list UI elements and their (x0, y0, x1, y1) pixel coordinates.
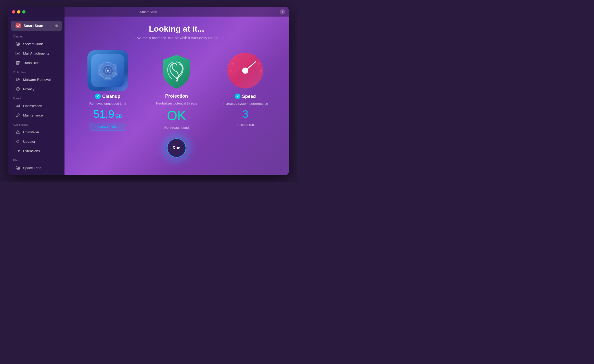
smart-scan-icon (15, 23, 21, 29)
uninstaller-label: Uninstaller (23, 130, 40, 134)
system-junk-label: System Junk (23, 42, 43, 46)
trash-bins-label: Trash Bins (23, 61, 40, 65)
space-lens-icon (15, 165, 21, 171)
speed-name: Speed (242, 94, 256, 99)
speed-sub: tasks to run (237, 123, 254, 127)
speed-desc: Increases system performance (223, 102, 268, 106)
svg-point-6 (18, 79, 19, 80)
mail-icon (15, 50, 21, 56)
optimization-icon (15, 103, 21, 109)
svg-point-29 (242, 68, 248, 74)
main-window: Smart Scan ● Smart Scan Cleanup (8, 7, 289, 175)
optimization-label: Optimization (23, 104, 42, 108)
sidebar-item-system-junk[interactable]: System Junk (11, 39, 62, 48)
sidebar-item-large-old-files[interactable]: Large & Old Files (11, 173, 62, 175)
cleanup-name: Cleanup (102, 94, 120, 99)
space-lens-label: Space Lens (23, 166, 41, 170)
maintenance-icon (15, 112, 21, 118)
svg-point-2 (17, 43, 19, 45)
maximize-button[interactable] (22, 10, 25, 14)
protection-value: OK (167, 108, 186, 123)
cleanup-check-icon: ✓ (95, 94, 101, 99)
sidebar-item-privacy[interactable]: Privacy (11, 84, 62, 94)
speed-value: 3 (242, 108, 248, 120)
action-icon[interactable]: ● (280, 9, 285, 15)
malware-removal-label: Malware Removal (23, 78, 51, 82)
sidebar-item-optimization[interactable]: Optimization (11, 101, 62, 110)
svg-rect-3 (16, 52, 20, 55)
extensions-label: Extensions (23, 149, 40, 153)
sidebar-item-space-lens[interactable]: Space Lens (11, 163, 62, 172)
protection-desc: Neutralizes potential threats (156, 101, 197, 105)
updater-label: Updater (23, 140, 35, 144)
cleanup-card: ✓ Cleanup Removes unneeded junk 51,9GB R… (77, 50, 138, 131)
protection-illustration (156, 50, 197, 91)
protection-card: Protection Neutralizes potential threats… (146, 50, 207, 129)
cleanup-illustration (87, 50, 128, 91)
system-junk-icon (15, 41, 21, 47)
privacy-label: Privacy (23, 87, 34, 91)
main-title: Looking at it... (134, 24, 219, 34)
protection-sub: No threats found (164, 126, 189, 129)
updater-icon (15, 139, 21, 144)
section-label-speed: Speed (8, 94, 64, 101)
svg-point-5 (17, 79, 17, 80)
main-subtitle: Give me a moment. We all wish it was eas… (134, 36, 219, 40)
sidebar: Smart Scan Cleanup System Junk M (8, 7, 64, 175)
uninstaller-icon (15, 129, 21, 135)
svg-rect-9 (16, 150, 19, 152)
trash-icon (15, 60, 21, 66)
sidebar-item-trash-bins[interactable]: Trash Bins (11, 58, 62, 67)
section-label-cleanup: Cleanup (8, 32, 64, 39)
titlebar: Smart Scan ● (8, 7, 289, 17)
large-old-files-icon (15, 174, 21, 175)
sidebar-item-malware-removal[interactable]: Malware Removal (11, 75, 62, 84)
run-button[interactable]: Run (167, 138, 186, 158)
protection-name: Protection (165, 94, 188, 99)
speed-card: ✓ Speed Increases system performance 3 t… (215, 50, 276, 127)
sidebar-item-mail-attachments[interactable]: Mail Attachments (11, 49, 62, 58)
maintenance-label: Maintenance (23, 113, 43, 117)
mail-attachments-label: Mail Attachments (23, 51, 49, 55)
sidebar-item-uninstaller[interactable]: Uninstaller (11, 127, 62, 137)
speed-check-icon: ✓ (235, 94, 240, 99)
active-indicator (55, 24, 58, 27)
svg-point-24 (230, 70, 232, 71)
cleanup-name-row: ✓ Cleanup (95, 94, 120, 99)
window-title: Smart Scan (140, 10, 157, 14)
run-button-container: Run (167, 138, 186, 158)
close-button[interactable] (12, 10, 15, 14)
sidebar-item-smart-scan[interactable]: Smart Scan (11, 21, 62, 31)
sidebar-item-updater[interactable]: Updater (11, 137, 62, 146)
speed-name-row: ✓ Speed (235, 94, 256, 99)
minimize-button[interactable] (17, 10, 20, 14)
extensions-icon (15, 148, 21, 154)
privacy-icon (15, 86, 21, 92)
svg-point-20 (107, 70, 109, 72)
malware-icon (15, 77, 21, 82)
sidebar-item-maintenance[interactable]: Maintenance (11, 111, 62, 120)
svg-rect-22 (104, 79, 112, 80)
section-label-applications: Applications (8, 120, 64, 127)
review-details-button[interactable]: Review Details... (91, 123, 125, 131)
svg-point-25 (232, 63, 234, 64)
svg-point-27 (261, 70, 262, 71)
protection-name-row: Protection (165, 94, 188, 99)
smart-scan-label: Smart Scan (24, 24, 43, 28)
speed-illustration (225, 50, 266, 91)
svg-point-7 (16, 116, 17, 117)
section-label-files: Files (8, 156, 64, 163)
section-label-protection: Protection (8, 68, 64, 75)
main-content: Looking at it... Give me a moment. We al… (64, 7, 289, 175)
sidebar-item-extensions[interactable]: Extensions (11, 146, 62, 155)
cleanup-desc: Removes unneeded junk (89, 102, 126, 106)
main-header: Looking at it... Give me a moment. We al… (128, 17, 225, 43)
cleanup-value: 51,9GB (94, 108, 122, 120)
svg-point-26 (258, 63, 260, 64)
cards-row: ✓ Cleanup Removes unneeded junk 51,9GB R… (67, 45, 286, 136)
window-controls (12, 10, 25, 14)
